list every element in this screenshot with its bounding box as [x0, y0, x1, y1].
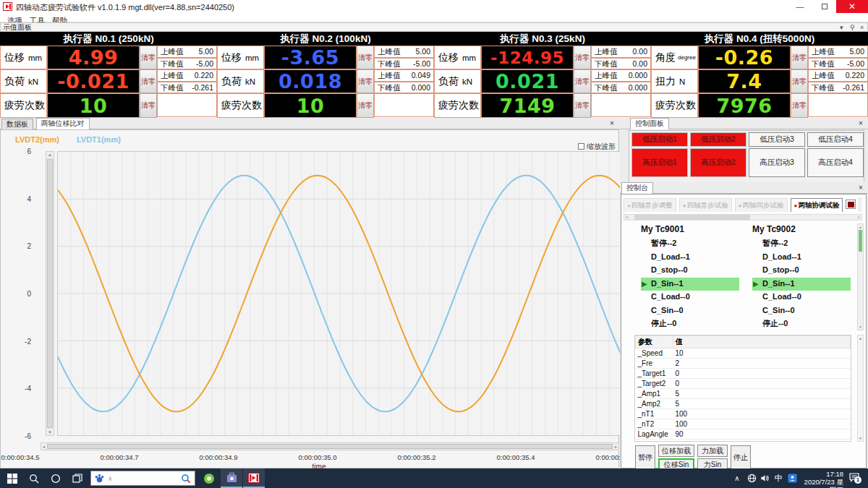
caret-icon[interactable]: ∧ — [108, 475, 113, 482]
network-icon[interactable] — [745, 468, 758, 488]
channel-vertical-scrollbar[interactable]: ▲ ▼ — [857, 223, 864, 330]
cortana-icon[interactable] — [45, 468, 67, 488]
control-panel-close-icon[interactable]: × — [859, 119, 863, 127]
param-row[interactable]: _Amp25 — [636, 399, 851, 409]
y-axis: 6420-2-4-6 — [7, 130, 31, 469]
scroll-right-icon[interactable]: ▸ — [615, 444, 617, 449]
stop-button[interactable]: 停止 — [731, 445, 751, 470]
param-row[interactable]: _Target20 — [636, 379, 851, 389]
channel-item[interactable]: 暂停--2 — [641, 237, 739, 251]
channel-item[interactable]: 暂停--2 — [752, 237, 851, 251]
tab-control-panel[interactable]: 控制面板 — [630, 118, 669, 129]
taskbar-search-icon[interactable] — [23, 468, 45, 488]
scroll-thumb[interactable] — [47, 444, 613, 449]
dock-close-icon[interactable]: × — [860, 23, 864, 32]
scroll-down-icon[interactable]: ▼ — [858, 436, 863, 440]
param-row[interactable]: _Speed10 — [636, 348, 851, 359]
clear-button[interactable]: 清零 — [574, 93, 591, 118]
scroll-thumb[interactable] — [859, 230, 862, 252]
clear-button[interactable]: 清零 — [140, 93, 157, 118]
channel-item[interactable]: ▶D_Sin--1 — [641, 278, 739, 291]
channel-item[interactable]: D_stop--0 — [641, 264, 739, 278]
scroll-down-icon[interactable]: ▼ — [858, 325, 863, 329]
scroll-up-icon[interactable]: ▲ — [858, 336, 863, 341]
param-row[interactable]: _Amp15 — [636, 389, 851, 399]
channel-item[interactable]: D_Load--1 — [752, 251, 851, 265]
volume-icon[interactable] — [758, 468, 771, 488]
peak-value: 0.000 — [629, 83, 647, 92]
disp-load-button[interactable]: 位移加载 — [658, 445, 694, 457]
channel-item[interactable]: C_Sin--0 — [641, 304, 739, 318]
channel-item[interactable]: 停止--0 — [752, 317, 851, 331]
scroll-up-icon[interactable]: ▲ — [46, 153, 54, 157]
channel-item[interactable]: C_Load--0 — [752, 291, 851, 304]
chart-vertical-scrollbar[interactable]: ▲ ▼ — [46, 151, 54, 436]
clear-button[interactable]: 清零 — [140, 69, 157, 93]
dock-pin-icon[interactable]: ⚲ — [850, 23, 855, 32]
param-row[interactable]: LagAngle90 — [636, 429, 851, 440]
scroll-left-icon[interactable]: < — [626, 215, 629, 221]
parameter-vertical-scrollbar[interactable]: ▲ ▼ — [857, 335, 864, 442]
cp-button-高压启动1[interactable]: 高压启动1 — [631, 148, 688, 177]
cp-button-低压启动4[interactable]: 低压启动4 — [807, 132, 864, 147]
scroll-thumb[interactable] — [634, 215, 750, 220]
scroll-thumb[interactable] — [47, 159, 53, 428]
clear-button[interactable]: 清零 — [357, 93, 374, 118]
scroll-right-icon[interactable]: > — [857, 215, 860, 221]
mode-horizontal-scrollbar[interactable]: < > — [624, 214, 862, 221]
cp-button-低压启动1[interactable]: 低压启动1 — [631, 132, 688, 147]
clear-button[interactable]: 清零 — [574, 46, 591, 69]
tray-app-icon[interactable] — [786, 468, 799, 488]
pause-button[interactable]: 暂停 — [635, 445, 655, 470]
clear-button[interactable]: 清零 — [791, 69, 808, 93]
console-close-icon[interactable]: × — [859, 184, 863, 192]
scroll-up-icon[interactable]: ▲ — [858, 225, 863, 229]
scroll-down-icon[interactable]: ▼ — [46, 430, 54, 435]
chart-panel-close-icon[interactable]: × — [610, 119, 614, 127]
param-row[interactable]: _Target10 — [636, 369, 851, 379]
clear-button[interactable]: 清零 — [791, 46, 808, 69]
channel-item[interactable]: 停止--0 — [641, 317, 739, 331]
toolbox-app-icon[interactable] — [221, 468, 242, 488]
cp-button-低压启动3[interactable]: 低压启动3 — [749, 132, 805, 147]
baidu-search-box[interactable]: ∧ — [90, 471, 195, 486]
tab-console[interactable]: 控制台 — [621, 182, 653, 194]
clear-button[interactable]: 清零 — [357, 46, 374, 69]
ime-indicator[interactable]: 中 — [773, 468, 784, 488]
force-load-button[interactable]: 力加载 — [697, 445, 728, 457]
param-row[interactable]: _nT2100 — [636, 419, 851, 429]
channel-item[interactable]: D_stop--0 — [752, 264, 851, 278]
chart-tab-0[interactable]: 数据板 — [1, 119, 33, 129]
chart-horizontal-scrollbar[interactable]: ◂ ▸ — [41, 442, 619, 450]
channel-item[interactable]: D_Load--1 — [641, 251, 739, 265]
clear-button[interactable]: 清零 — [140, 46, 157, 69]
dock-dropdown-icon[interactable]: ▾ — [840, 23, 843, 32]
start-button[interactable] — [1, 468, 23, 488]
channel-item[interactable]: ▶D_Sin--1 — [752, 278, 851, 291]
cp-button-高压启动4[interactable]: 高压启动4 — [807, 148, 864, 177]
clear-button[interactable]: 清零 — [357, 69, 374, 93]
chart-tab-1[interactable]: 两轴位移比对 — [36, 118, 90, 129]
close-button[interactable]: ✕ — [836, 0, 868, 14]
tray-expand-icon[interactable]: ∧ — [732, 468, 742, 488]
param-row[interactable]: _Fre2 — [636, 359, 851, 369]
param-row[interactable]: _nT1100 — [636, 409, 851, 419]
minimize-button[interactable]: — — [788, 0, 812, 14]
task-view-icon[interactable] — [67, 468, 88, 488]
cp-button-高压启动3[interactable]: 高压启动3 — [749, 148, 805, 177]
mode-stop-square[interactable] — [846, 200, 856, 209]
maximize-button[interactable] — [813, 0, 836, 14]
clear-button[interactable]: 清零 — [574, 69, 591, 93]
channel-item[interactable]: C_Load--0 — [641, 291, 739, 304]
mode-两轴协调试验[interactable]: ●两轴协调试验 — [791, 198, 843, 212]
cp-button-高压启动2[interactable]: 高压启动2 — [690, 148, 746, 177]
fatigue-app-icon[interactable] — [243, 468, 265, 488]
channel-item-label: D_Sin--1 — [651, 279, 684, 288]
browser-app-icon[interactable] — [198, 468, 220, 488]
tray-clock[interactable]: 17:18 2020/7/23 星期四 — [799, 470, 843, 487]
scroll-left-icon[interactable]: ◂ — [43, 444, 45, 449]
cp-button-低压启动2[interactable]: 低压启动2 — [690, 132, 746, 147]
clear-button[interactable]: 清零 — [791, 93, 808, 118]
action-center-icon[interactable]: 1 — [846, 468, 862, 488]
channel-item[interactable]: C_Sin--0 — [752, 304, 851, 318]
